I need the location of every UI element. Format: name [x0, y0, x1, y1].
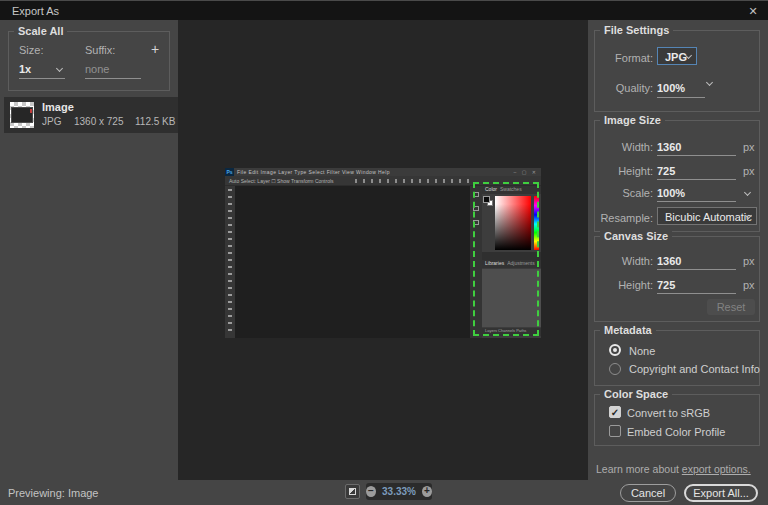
chevron-down-icon: [744, 189, 751, 196]
add-scale-button[interactable]: +: [151, 42, 159, 56]
preview-options-bar: Auto Select: Layer ☐ Show Transform Cont…: [225, 176, 541, 186]
zoom-controls: − 33.33% +: [366, 483, 432, 500]
resample-select[interactable]: Bicubic Automatic: [657, 207, 757, 225]
preview-color-panel: [482, 194, 541, 252]
size-underline: [19, 78, 65, 79]
export-options-link[interactable]: export options.: [682, 463, 751, 475]
suffix-underline: [85, 78, 141, 79]
image-size-group: Image Size Width: 1360 px Height: 725 px…: [594, 120, 760, 232]
export-all-button[interactable]: Export All...: [684, 484, 758, 502]
photoshop-logo-icon: Ps: [225, 168, 234, 176]
thumbnail-red-detail: [30, 109, 32, 113]
dialog-titlebar: Export As ✕: [0, 0, 768, 20]
scale-all-group: Scale All Size: Suffix: + 1x none: [8, 31, 170, 91]
convert-srgb-label: Convert to sRGB: [627, 407, 710, 419]
preview-panel-column: ColorSwatches LibrariesAdjustments: [482, 186, 541, 338]
image-file-size: 112.5 KB: [135, 116, 175, 127]
preview-tool-icons: [228, 189, 232, 335]
quality-select[interactable]: 100%: [657, 82, 685, 94]
file-settings-group: File Settings Format: JPG Quality: 100%: [594, 30, 760, 112]
preview-color-tabs: ColorSwatches: [482, 186, 541, 194]
fit-view-icon: [349, 488, 356, 495]
preview-menu-items: File Edit Image Layer Type Select Filter…: [237, 169, 390, 175]
quality-underline: [657, 97, 705, 98]
color-gradient-square: [495, 196, 531, 250]
format-label: Format:: [595, 52, 653, 64]
foreground-background-swatches: [483, 196, 494, 207]
previewing-status: Previewing: Image: [8, 487, 99, 499]
preview-collapsed-panel-icons: [470, 186, 482, 338]
preview-window-controls: – ▢ ✕: [514, 169, 538, 175]
image-dimensions: 1360 x 725: [74, 116, 124, 127]
preview-options-text: Auto Select: Layer ☐ Show Transform Cont…: [229, 178, 334, 184]
cancel-button[interactable]: Cancel: [620, 484, 676, 502]
width-input[interactable]: 1360: [657, 141, 681, 153]
metadata-none-label: None: [629, 345, 655, 357]
preview-options-icons: [355, 179, 475, 183]
color-space-group: Color Space ✓ Convert to sRGB Embed Colo…: [594, 394, 760, 446]
format-select[interactable]: JPG: [657, 47, 697, 65]
learn-more-text: Learn more about export options.: [596, 463, 751, 475]
size-label: Size:: [19, 44, 43, 56]
preview-menu-bar: Ps File Edit Image Layer Type Select Fil…: [225, 168, 541, 176]
preview-libraries-panel: [482, 269, 541, 327]
canvas-size-heading: Canvas Size: [600, 230, 672, 242]
convert-srgb-checkbox[interactable]: ✓: [609, 406, 621, 418]
preview-libraries-tabs: LibrariesAdjustments: [482, 260, 541, 268]
dialog-footer: Previewing: Image − 33.33% + Cancel Expo…: [0, 480, 768, 505]
canvas-width-input[interactable]: 1360: [657, 255, 681, 267]
color-space-heading: Color Space: [600, 388, 672, 400]
metadata-none-radio[interactable]: [609, 344, 621, 356]
metadata-heading: Metadata: [600, 324, 656, 336]
metadata-group: Metadata None Copyright and Contact Info: [594, 330, 760, 386]
export-as-dialog: Export As ✕ Scale All Size: Suffix: + 1x…: [0, 0, 768, 505]
canvas-size-group: Canvas Size Width: 1360 px Height: 725 p…: [594, 236, 760, 322]
zoom-level: 33.33%: [382, 486, 416, 497]
preview-layers-tabs: Layers Channels Paths: [482, 328, 541, 336]
chevron-down-icon: [56, 65, 63, 72]
reset-button[interactable]: Reset: [707, 299, 755, 315]
size-select[interactable]: 1x: [19, 63, 31, 75]
preview-image: Ps File Edit Image Layer Type Select Fil…: [225, 168, 541, 338]
zoom-in-button[interactable]: +: [422, 486, 432, 497]
suffix-label: Suffix:: [85, 44, 115, 56]
preview-tool-bar: [225, 186, 235, 338]
metadata-copyright-radio[interactable]: [609, 363, 621, 375]
canvas-height-input[interactable]: 725: [657, 279, 675, 291]
embed-profile-checkbox[interactable]: [609, 425, 621, 437]
embed-profile-label: Embed Color Profile: [627, 426, 725, 438]
close-icon[interactable]: ✕: [744, 3, 762, 19]
resample-label: Resample:: [595, 212, 653, 224]
image-size-heading: Image Size: [600, 114, 665, 126]
scale-all-heading: Scale All: [14, 25, 67, 37]
suffix-input[interactable]: none: [85, 63, 109, 75]
canvas-height-unit: px: [743, 279, 755, 291]
height-input[interactable]: 725: [657, 165, 675, 177]
canvas-width-unit: px: [743, 255, 755, 267]
canvas-width-label: Width:: [595, 255, 653, 267]
panel-divider: [482, 252, 541, 260]
scale-list-panel: Scale All Size: Suffix: + 1x none Image …: [0, 20, 178, 480]
quality-label: Quality:: [595, 82, 653, 94]
image-format: JPG: [42, 116, 61, 127]
canvas-height-label: Height:: [595, 279, 653, 291]
preview-pane[interactable]: Ps File Edit Image Layer Type Select Fil…: [178, 20, 588, 480]
metadata-copyright-label: Copyright and Contact Info: [629, 363, 760, 375]
width-label: Width:: [595, 141, 653, 153]
settings-panel: File Settings Format: JPG Quality: 100% …: [588, 20, 768, 480]
preview-right-panels: ColorSwatches LibrariesAdjustments: [470, 186, 541, 338]
scale-select[interactable]: 100%: [657, 187, 685, 199]
height-unit: px: [743, 165, 755, 177]
width-unit: px: [743, 141, 755, 153]
height-label: Height:: [595, 165, 653, 177]
preview-canvas: [235, 186, 470, 338]
zoom-out-button[interactable]: −: [366, 486, 376, 497]
scale-label: Scale:: [595, 187, 653, 199]
fit-view-button[interactable]: [345, 484, 360, 499]
chevron-down-icon: [706, 79, 713, 86]
hue-strip: [534, 196, 539, 250]
file-settings-heading: File Settings: [600, 24, 673, 36]
dialog-title: Export As: [12, 5, 59, 17]
image-name: Image: [42, 101, 74, 113]
export-image-list-item[interactable]: Image JPG 1360 x 725 112.5 KB: [4, 97, 178, 133]
